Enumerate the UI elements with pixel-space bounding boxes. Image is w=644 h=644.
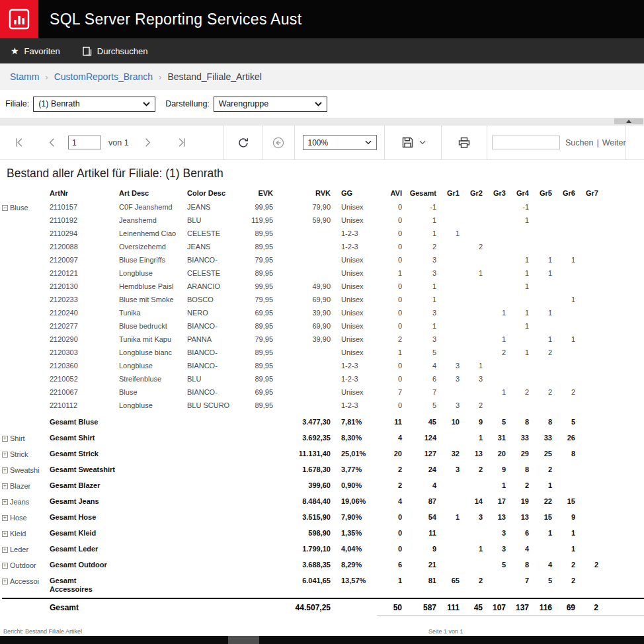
total-rvk: 1.799,10 — [273, 545, 331, 553]
cell-rvk: 79,90 — [273, 203, 331, 211]
previous-page-button[interactable] — [47, 137, 56, 148]
cell-gg: Unisex — [331, 388, 382, 396]
total-gg-percent: 19,06% — [331, 497, 382, 505]
total-gr6: 2 — [552, 577, 575, 584]
group-total-label: Gesamt Strick — [50, 450, 119, 458]
breadcrumb-separator: › — [159, 72, 161, 82]
cell-color-desc: NERO — [187, 309, 235, 317]
cell-gr3: 1 — [483, 335, 506, 343]
total-gesamt: 9 — [402, 545, 436, 553]
zoom-select[interactable]: 100% — [303, 135, 377, 150]
group-cell: +Strick — [2, 450, 50, 458]
group-toggle-bluse[interactable]: −Bluse — [2, 204, 28, 212]
first-page-button[interactable] — [13, 137, 24, 148]
group-toggle-kleid[interactable]: +Kleid — [2, 530, 26, 538]
group-toggle-jeans[interactable]: +Jeans — [2, 498, 29, 506]
article-row: 2120240TunikaNERO69,9539,90Unisex03111 — [2, 309, 644, 322]
search-button[interactable]: Suchen — [565, 138, 593, 147]
scrollbar-up-button[interactable] — [614, 118, 643, 124]
cell-evk: 119,95 — [235, 216, 273, 224]
total-gr3: 31 — [483, 434, 506, 442]
cell-gr4: 1 — [506, 256, 529, 264]
search-next-button[interactable]: Weiter — [602, 138, 626, 147]
total-gr4: 13 — [506, 513, 529, 521]
total-gr4: 19 — [506, 497, 529, 505]
darstellung-selected-value: Warengruppe — [219, 99, 268, 108]
group-name: Hose — [10, 514, 27, 522]
total-avi: 0 — [382, 529, 402, 537]
cell-avi: 0 — [382, 216, 402, 224]
cell-art-desc: Bluse mit Smoke — [119, 296, 187, 303]
print-button[interactable] — [457, 136, 471, 150]
group-cell: +Kleid — [2, 529, 50, 538]
grand-total-section: Gesamt44.507,255058711145107137116692 — [2, 598, 644, 615]
next-page-button[interactable] — [143, 137, 153, 148]
group-toggle-accessoi[interactable]: +Accessoi — [2, 577, 39, 585]
up-arrow-icon — [626, 120, 631, 123]
refresh-button[interactable] — [237, 136, 250, 149]
cell-evk: 89,95 — [235, 322, 273, 330]
cell-avi: 0 — [382, 375, 402, 383]
group-toggle-strick[interactable]: +Strick — [2, 450, 28, 458]
cell-evk: 89,95 — [235, 243, 273, 251]
darstellung-select[interactable]: Warengruppe — [214, 97, 327, 112]
group-toggle-leder[interactable]: +Leder — [2, 545, 28, 553]
splitter-strip — [0, 118, 644, 126]
browse-button[interactable]: Durchsuchen — [83, 46, 148, 56]
save-export-button[interactable] — [401, 136, 426, 149]
cell-gr5: 2 — [529, 388, 552, 396]
total-gg-percent: 8,30% — [331, 434, 382, 442]
article-row: 2120121LongbluseCELESTE89,95Unisex13111 — [2, 269, 644, 282]
filiale-select[interactable]: (1) Benrath — [33, 97, 155, 112]
cell-evk: 89,95 — [235, 362, 273, 370]
favorites-button[interactable]: ★ Favoriten — [11, 46, 60, 56]
cell-gr5: 1 — [529, 256, 552, 264]
article-row: 2210052StreifenbluseBLU89,951-2-30633 — [2, 375, 644, 388]
group-total-row: +ShirtGesamt Shirt3.692,358,30%412413133… — [2, 430, 644, 446]
group-toggle-outdoor[interactable]: +Outdoor — [2, 561, 36, 569]
total-gesamt: 4 — [402, 481, 436, 489]
cell-gr1: 1 — [436, 229, 460, 237]
cell-gg: Unisex — [331, 322, 382, 330]
chevron-down-icon — [315, 102, 322, 106]
last-page-button[interactable] — [177, 137, 188, 148]
page-number-input[interactable] — [68, 136, 101, 149]
cell-rvk: 69,90 — [273, 322, 331, 330]
cell-gr4: 1 — [506, 269, 529, 277]
column-header-rvk: RVK — [273, 189, 331, 197]
cell-gr4: 1 — [506, 282, 529, 290]
cell-art-desc: Jeanshemd — [119, 216, 187, 224]
group-toggle-blazer[interactable]: +Blazer — [2, 482, 30, 490]
star-icon: ★ — [11, 46, 19, 56]
column-header-artnr: ArtNr — [50, 189, 119, 197]
cell-color-desc: JEANS — [187, 243, 235, 251]
back-button[interactable] — [272, 136, 285, 149]
breadcrumb-link-stamm[interactable]: Stamm — [10, 71, 39, 82]
search-input[interactable] — [492, 136, 560, 149]
cell-color-desc: CELESTE — [187, 269, 235, 277]
grand-total-rvk: 44.507,25 — [273, 603, 331, 612]
article-row: 2210112LongbluseBLU SCURO89,951-2-30532 — [2, 401, 644, 415]
group-toggle-hose[interactable]: +Hose — [2, 514, 27, 522]
cell-color-desc: BLU — [187, 216, 235, 224]
group-name: Shirt — [10, 434, 25, 442]
cell-avi: 2 — [382, 335, 402, 343]
group-toggle-sweatshi[interactable]: +Sweatshi — [2, 466, 40, 474]
cell-gesamt: 1 — [402, 322, 436, 330]
total-gr2: 2 — [460, 465, 483, 473]
grand-total-gr6: 69 — [552, 603, 575, 612]
group-toggle-shirt[interactable]: +Shirt — [2, 434, 25, 442]
cell-art-desc: Longbluse — [119, 401, 187, 409]
cell-art-desc: Tunika — [119, 309, 187, 317]
total-gr3: 3 — [483, 529, 506, 537]
cell-avi: 0 — [382, 296, 402, 303]
total-gr5: 22 — [529, 497, 552, 505]
expand-icon: + — [2, 452, 8, 458]
breadcrumb-link-customreports[interactable]: CustomReports_Branch — [54, 71, 153, 82]
cell-artnr: 2110294 — [50, 229, 119, 237]
group-total-row: +KleidGesamt Kleid598,901,35%0113611 — [2, 526, 644, 542]
ssrs-logo-icon[interactable] — [0, 0, 38, 38]
total-gr3: 20 — [483, 450, 506, 458]
cell-avi: 7 — [382, 388, 402, 396]
cell-gesamt: 2 — [402, 243, 436, 251]
